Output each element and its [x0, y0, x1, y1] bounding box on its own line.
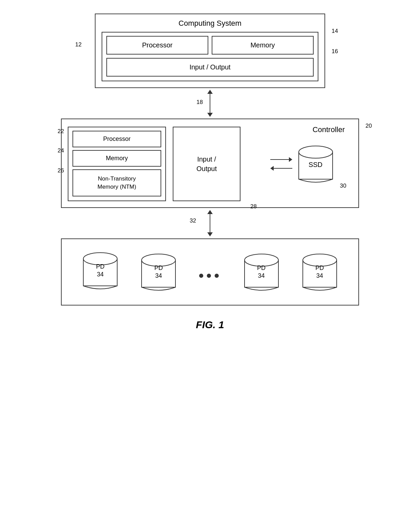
controller-title: Controller	[313, 125, 345, 134]
arrow-bot-head-32	[207, 232, 213, 236]
ctrl-ntm-label: Non-TransitoryMemory (NTM)	[98, 175, 136, 190]
arrow-right	[270, 157, 292, 162]
ctrl-processor-box: Processor 22	[72, 131, 161, 147]
arrow-head-left	[270, 166, 274, 171]
diagram-container: 10 Computing System Processor Memory Inp…	[0, 0, 420, 506]
controller-right: SSD 30	[247, 127, 352, 201]
pd-4: PD34	[301, 250, 338, 294]
ref-26: 26	[58, 167, 64, 175]
arrow-v-line	[210, 94, 210, 113]
ssd-label: SSD	[297, 161, 334, 169]
cs-processor-box: Processor	[106, 36, 208, 55]
arrow-head-right	[289, 157, 292, 162]
ref-18: 18	[196, 99, 203, 106]
ellipsis-dots: ●●●	[198, 270, 222, 281]
controller-inner-row: Processor 22 Memory 24 Non-TransitoryMem…	[68, 127, 352, 201]
ctrl-ntm-box: Non-TransitoryMemory (NTM) 26	[72, 169, 161, 196]
ctrl-io-box: Input /Output 28	[173, 127, 240, 201]
ref-16: 16	[332, 48, 338, 55]
pd-1: PD34	[82, 249, 119, 295]
arrow-bot-head	[207, 113, 213, 117]
horiz-arrows	[270, 157, 292, 171]
ref-24: 24	[58, 147, 64, 154]
ref-32: 32	[190, 217, 196, 224]
pd-3: PD34	[243, 250, 280, 294]
ref-14: 14	[332, 28, 338, 35]
ctrl-io-label: Input /Output	[196, 154, 217, 173]
ref-22: 22	[58, 128, 64, 135]
ref-30: 30	[340, 183, 346, 189]
ctrl-processor-label: Processor	[103, 135, 130, 142]
pd-label-1: PD34	[82, 263, 119, 279]
cs-io-box: Input / Output	[106, 58, 314, 77]
pd-label-3: PD34	[243, 264, 280, 280]
arrow-left	[270, 166, 292, 171]
cs-row1: Processor Memory	[106, 36, 314, 55]
arrow-line-h-left	[274, 168, 292, 169]
ssd-cylinder: SSD 30	[297, 142, 334, 186]
svg-point-1	[299, 146, 333, 158]
cs-memory-box: Memory	[212, 36, 314, 55]
computing-system-box: Computing System Processor Memory Input …	[95, 14, 325, 88]
arrow-v-line-32	[210, 214, 210, 232]
ref-12: 12	[75, 41, 82, 48]
fig-label: FIG. 1	[196, 319, 224, 331]
arrow-18-container: 18	[95, 88, 325, 119]
double-arrow-32	[207, 210, 213, 236]
pd-box: PD34 PD34 ●●● PD34	[61, 238, 359, 305]
diagram-inner: 10 Computing System Processor Memory Inp…	[61, 14, 359, 331]
arrow-top-head	[207, 90, 213, 94]
double-arrow-18	[207, 90, 213, 117]
ref-20: 20	[365, 123, 372, 129]
cs-inner-box: Processor Memory Input / Output	[102, 32, 318, 81]
pd-2: PD34	[140, 250, 177, 294]
controller-left-box: Processor 22 Memory 24 Non-TransitoryMem…	[68, 127, 166, 201]
ctrl-memory-label: Memory	[106, 155, 128, 162]
arrow-line-h-right	[270, 159, 289, 160]
arrow-32-container: 32	[61, 208, 359, 238]
ctrl-memory-box: Memory 24	[72, 150, 161, 167]
pd-label-2: PD34	[140, 264, 177, 280]
arrow-top-head-32	[207, 210, 213, 214]
pd-label-4: PD34	[301, 264, 338, 280]
controller-box: Controller 20 Processor 22 Memory 24	[61, 119, 359, 208]
computing-system-title: Computing System	[102, 19, 318, 28]
